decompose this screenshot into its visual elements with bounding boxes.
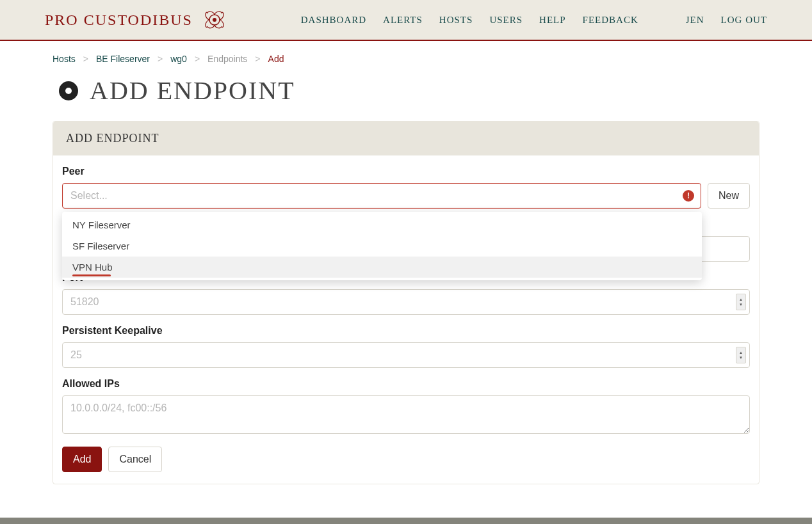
breadcrumb-sep-icon: > — [83, 54, 88, 64]
allowed-ips-label: Allowed IPs — [62, 378, 750, 390]
peer-dropdown: NY Fileserver SF Fileserver VPN Hub — [62, 212, 702, 280]
keepalive-label: Persistent Keepalive — [62, 325, 750, 337]
main-nav: DASHBOARD ALERTS HOSTS USERS HELP FEEDBA… — [301, 15, 767, 26]
chevron-up-icon: ▲ — [739, 350, 743, 355]
nav-feedback[interactable]: FEEDBACK — [583, 15, 638, 26]
nav-dashboard[interactable]: DASHBOARD — [301, 15, 366, 26]
brand[interactable]: PRO CUSTODIBUS — [45, 7, 227, 33]
breadcrumb-hosts[interactable]: Hosts — [53, 54, 76, 64]
keepalive-input[interactable] — [62, 342, 750, 368]
field-allowed-ips: Allowed IPs — [62, 378, 750, 436]
peer-option-highlighted[interactable]: VPN Hub — [62, 257, 702, 278]
chevron-down-icon: ▼ — [739, 302, 743, 307]
nav-alerts[interactable]: ALERTS — [383, 15, 423, 26]
breadcrumb-sep-icon: > — [255, 54, 260, 64]
nav-help[interactable]: HELP — [539, 15, 566, 26]
peer-option[interactable]: SF Fileserver — [62, 235, 702, 257]
brand-text: PRO CUSTODIBUS — [45, 12, 193, 29]
footer-strip — [0, 518, 812, 524]
card-header: ADD ENDPOINT — [53, 122, 759, 155]
peer-label: Peer — [62, 166, 750, 177]
peer-row: Select... ! New — [62, 183, 750, 209]
page-title-row: ADD ENDPOINT — [53, 69, 759, 121]
nav-users[interactable]: USERS — [489, 15, 523, 26]
port-input-wrap: ▲ ▼ — [62, 289, 750, 315]
nav-hosts[interactable]: HOSTS — [439, 15, 473, 26]
new-peer-button[interactable]: New — [708, 183, 750, 209]
peer-select[interactable]: Select... ! — [62, 183, 701, 209]
port-stepper[interactable]: ▲ ▼ — [736, 294, 746, 310]
chevron-up-icon: ▲ — [739, 297, 743, 302]
port-input[interactable] — [62, 289, 750, 315]
breadcrumb-current: Add — [268, 54, 284, 64]
svg-point-1 — [213, 18, 216, 22]
peer-placeholder: Select... — [70, 190, 108, 202]
breadcrumb-sep-icon: > — [158, 54, 163, 64]
cancel-button[interactable]: Cancel — [108, 447, 162, 472]
breadcrumb-interface[interactable]: wg0 — [170, 54, 187, 64]
chevron-down-icon: ▼ — [739, 355, 743, 360]
keepalive-stepper[interactable]: ▲ ▼ — [736, 347, 746, 363]
error-icon: ! — [683, 190, 694, 202]
brand-logo-icon — [202, 7, 227, 33]
keepalive-input-wrap: ▲ ▼ — [62, 342, 750, 368]
breadcrumb-endpoints: Endpoints — [207, 54, 247, 64]
top-bar: PRO CUSTODIBUS DASHBOARD ALERTS HOSTS US… — [0, 0, 812, 41]
page-title: ADD ENDPOINT — [90, 75, 295, 106]
form-actions: Add Cancel — [62, 447, 750, 472]
record-icon — [59, 81, 78, 100]
breadcrumb-sep-icon: > — [195, 54, 200, 64]
add-endpoint-card: ADD ENDPOINT Peer Select... ! New NY Fil… — [53, 121, 759, 484]
allowed-ips-input[interactable] — [62, 395, 750, 434]
nav-logout[interactable]: LOG OUT — [721, 15, 767, 26]
page-container: Hosts > BE Fileserver > wg0 > Endpoints … — [0, 41, 812, 484]
card-body: Peer Select... ! New NY Fileserver SF Fi… — [53, 155, 759, 484]
peer-option[interactable]: NY Fileserver — [62, 214, 702, 235]
breadcrumb-host[interactable]: BE Fileserver — [96, 54, 150, 64]
add-button[interactable]: Add — [62, 447, 102, 472]
breadcrumb: Hosts > BE Fileserver > wg0 > Endpoints … — [53, 50, 759, 69]
nav-current-user[interactable]: JEN — [686, 15, 704, 26]
field-keepalive: Persistent Keepalive ▲ ▼ — [62, 325, 750, 368]
field-peer: Peer Select... ! New NY Fileserver SF Fi… — [62, 166, 750, 209]
